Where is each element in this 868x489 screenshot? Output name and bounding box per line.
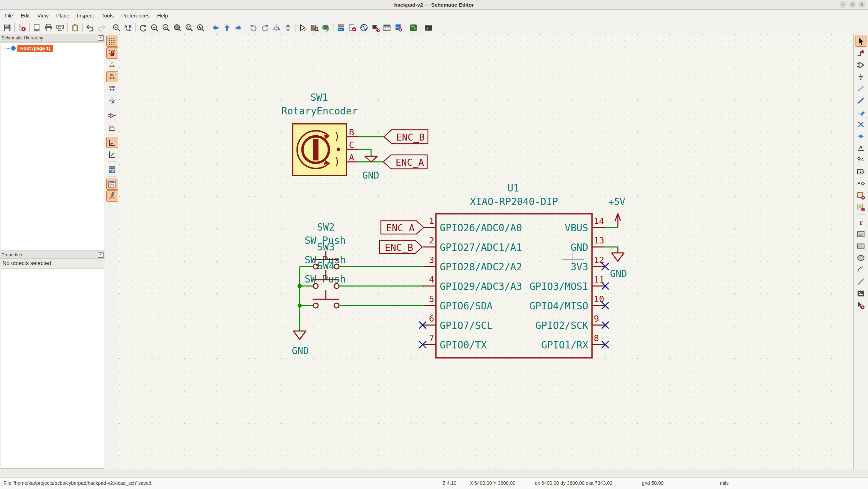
add-arc-button[interactable] xyxy=(855,264,867,275)
simulator-button[interactable] xyxy=(358,22,369,33)
nav-up-button[interactable] xyxy=(221,22,232,33)
add-image-button[interactable] xyxy=(855,288,867,299)
encoder-reference[interactable]: SW1 xyxy=(310,92,328,103)
menu-tools[interactable]: Tools xyxy=(98,10,117,21)
add-net-label-button[interactable]: A xyxy=(855,142,867,153)
add-sheet-button[interactable] xyxy=(855,190,867,201)
minimize-button[interactable]: − xyxy=(839,1,846,8)
grid-overrides-button[interactable] xyxy=(106,47,118,59)
menu-place[interactable]: Place xyxy=(52,10,73,21)
add-circle-button[interactable] xyxy=(855,252,867,263)
print-button[interactable] xyxy=(43,22,54,33)
toolbar-separator xyxy=(82,23,83,32)
symbol-library-browser-button[interactable] xyxy=(309,22,320,33)
add-symbol-button[interactable] xyxy=(855,59,867,70)
show-hidden-pins-button[interactable] xyxy=(106,110,118,121)
cursor-shape-button[interactable] xyxy=(106,95,118,106)
hv-wire-mode-button[interactable] xyxy=(106,137,118,148)
add-wire-button[interactable] xyxy=(855,83,867,94)
page-settings-button[interactable] xyxy=(31,22,43,33)
hierarchy-root-item[interactable]: Root (page 1) xyxy=(1,43,104,52)
add-text-button[interactable]: T xyxy=(855,217,867,228)
pcb-editor-button[interactable] xyxy=(408,22,419,33)
properties-close-icon[interactable]: ✕ xyxy=(98,252,103,258)
find-button[interactable]: A xyxy=(111,22,122,33)
free-angle-wire-mode-button[interactable] xyxy=(106,149,118,160)
menu-file[interactable]: File xyxy=(1,10,17,21)
menu-help[interactable]: Help xyxy=(153,10,172,21)
zoom-objects-button[interactable] xyxy=(183,22,194,33)
units-mm-button[interactable]: mm xyxy=(106,83,118,94)
add-circle-icon xyxy=(857,254,865,262)
mirror-vertical-button[interactable] xyxy=(271,22,282,33)
auto-annotate-button[interactable]: R??R42 xyxy=(106,164,118,175)
select-tool-button[interactable] xyxy=(855,36,867,47)
add-text-box-button[interactable] xyxy=(855,228,867,240)
add-power-button[interactable] xyxy=(855,71,867,82)
sw4-reference[interactable]: SW4 xyxy=(317,260,335,272)
symbol-fields-table-button[interactable] xyxy=(381,22,392,33)
import-sheet-pin-button[interactable]: A xyxy=(855,202,867,213)
zoom-selection-button[interactable] xyxy=(195,22,206,33)
paste-button[interactable] xyxy=(69,22,80,33)
schematic-canvas[interactable]: SW1 RotaryEncoder B C A xyxy=(119,34,853,469)
add-text-icon: T xyxy=(857,218,865,227)
hierarchy-navigator-button[interactable] xyxy=(106,179,118,190)
schematic-setup-button[interactable] xyxy=(16,22,28,33)
scripting-console-button[interactable]: >_ xyxy=(423,22,434,33)
junction-dot-1[interactable] xyxy=(298,284,302,288)
highlight-net-button[interactable] xyxy=(855,47,867,59)
symbol-editor-button[interactable] xyxy=(297,22,308,33)
sw2-reference[interactable]: SW2 xyxy=(317,221,335,233)
mirror-horizontal-button[interactable] xyxy=(282,22,293,33)
delete-tool-button[interactable] xyxy=(855,300,867,311)
add-global-label-button[interactable]: A xyxy=(855,166,867,177)
plot-button[interactable] xyxy=(54,22,66,33)
ic-reference[interactable]: U1 xyxy=(507,182,519,194)
menu-preferences[interactable]: Preferences xyxy=(117,10,153,21)
units-mil-button[interactable]: mil xyxy=(106,71,118,82)
ic-value[interactable]: XIAO-RP2040-DIP xyxy=(470,196,558,208)
add-no-connect-button[interactable] xyxy=(855,119,867,130)
assign-footprints-icon xyxy=(371,23,380,32)
add-junction-button[interactable] xyxy=(855,130,867,142)
undo-button[interactable] xyxy=(84,22,95,33)
add-bus-entry-button[interactable] xyxy=(855,107,867,118)
add-directive-label-button[interactable]: A xyxy=(855,154,867,165)
zoom-out-button[interactable] xyxy=(160,22,171,33)
close-button[interactable]: ✕ xyxy=(858,1,865,8)
generate-bom-button[interactable]: .bom xyxy=(393,22,404,33)
redo-button[interactable] xyxy=(96,22,107,33)
annotate-button[interactable]: R??R42 xyxy=(335,22,346,33)
menu-edit[interactable]: Edit xyxy=(17,10,33,21)
find-replace-button[interactable]: AB xyxy=(122,22,133,33)
zoom-in-button[interactable] xyxy=(149,22,160,33)
add-bus-button[interactable] xyxy=(855,95,867,106)
hv-wire-mode-icon xyxy=(108,138,116,147)
properties-panel-button[interactable] xyxy=(106,190,118,202)
add-net-label-icon: A xyxy=(857,144,865,152)
save-button[interactable] xyxy=(1,22,13,33)
show-op-voltages-button[interactable] xyxy=(106,122,118,133)
nav-forward-button[interactable] xyxy=(233,22,244,33)
hierarchy-root-label[interactable]: Root (page 1) xyxy=(17,45,53,52)
menu-inspect[interactable]: Inspect xyxy=(73,10,98,21)
units-inch-button[interactable]: in xyxy=(106,59,118,70)
zoom-fit-button[interactable] xyxy=(172,22,183,33)
add-hierarchical-label-button[interactable]: A xyxy=(855,178,867,189)
refresh-button[interactable] xyxy=(137,22,148,33)
rotate-ccw-button[interactable] xyxy=(248,22,259,33)
nav-back-button[interactable] xyxy=(210,22,221,33)
add-line-button[interactable] xyxy=(855,276,867,287)
junction-dot-2[interactable] xyxy=(298,303,302,308)
encoder-value[interactable]: RotaryEncoder xyxy=(281,105,358,117)
rotate-cw-button[interactable] xyxy=(259,22,270,33)
hierarchy-close-icon[interactable]: ✕ xyxy=(98,35,103,41)
assign-footprints-button[interactable] xyxy=(370,22,381,33)
grid-visibility-button[interactable] xyxy=(106,36,118,47)
add-rectangle-button[interactable] xyxy=(855,240,867,251)
erc-button[interactable] xyxy=(347,22,358,33)
maximize-button[interactable]: □ xyxy=(849,1,856,8)
footprint-editor-button[interactable] xyxy=(320,22,331,33)
menu-view[interactable]: View xyxy=(33,10,52,21)
